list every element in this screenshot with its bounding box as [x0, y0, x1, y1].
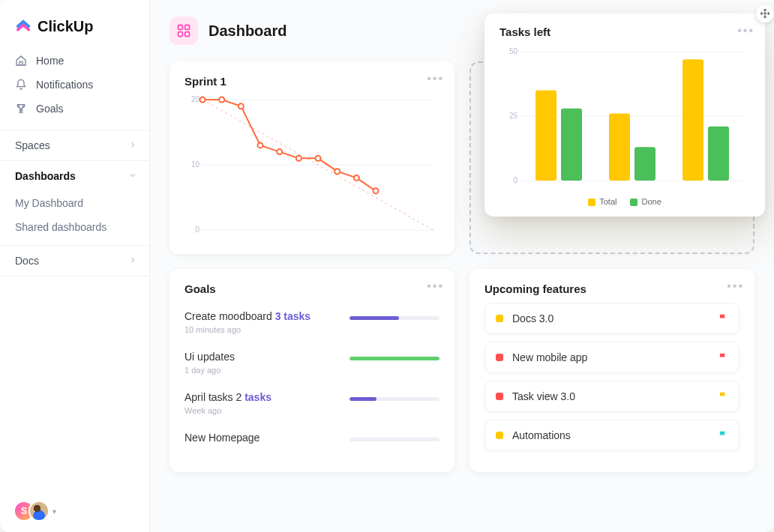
svg-point-18	[334, 169, 340, 174]
card-more-button[interactable]: •••	[427, 72, 444, 85]
goal-progress	[350, 438, 440, 441]
feature-item[interactable]: Task view 3.0	[484, 381, 740, 412]
trophy-icon	[15, 103, 27, 115]
svg-text:50: 50	[509, 47, 518, 55]
svg-point-13	[238, 103, 244, 109]
feature-label: Automations	[512, 429, 709, 441]
goals-title: Goals	[184, 282, 440, 295]
svg-text:10: 10	[191, 160, 200, 169]
svg-point-17	[316, 156, 321, 161]
feature-item[interactable]: Automations	[484, 420, 740, 451]
goal-row[interactable]: New Homepage	[184, 424, 440, 453]
features-title: Upcoming features	[484, 282, 740, 295]
feature-label: Docs 3.0	[512, 312, 709, 324]
feature-label: Task view 3.0	[512, 390, 709, 402]
brand-name: ClickUp	[38, 18, 93, 35]
goal-meta: 1 day ago	[184, 366, 340, 375]
tasks-title: Tasks left	[500, 25, 750, 38]
section-label: Docs	[15, 255, 39, 267]
goal-meta: 10 minutes ago	[184, 325, 340, 334]
bell-icon	[15, 79, 27, 91]
svg-rect-27	[536, 91, 556, 181]
nav-label: Home	[36, 55, 64, 67]
goal-title: Ui updates	[184, 351, 340, 363]
nav-label: Notifications	[36, 79, 93, 91]
sprint-title: Sprint 1	[184, 75, 440, 88]
section-label: Spaces	[15, 139, 50, 151]
subitem-my-dashboard[interactable]: My Dashboard	[15, 191, 149, 215]
svg-point-15	[277, 149, 282, 154]
avatar-photo[interactable]	[28, 501, 50, 522]
svg-point-11	[200, 97, 206, 103]
goals-card: Goals ••• Create moodboard 3 tasks10 min…	[170, 269, 454, 472]
legend-total: Total	[599, 197, 616, 206]
sprint-card: Sprint 1 ••• 01020	[170, 61, 454, 254]
svg-point-12	[219, 97, 224, 103]
sprint-burndown-chart: 01020	[184, 95, 440, 238]
flag-icon	[718, 430, 728, 441]
section-dashboards[interactable]: Dashboards	[0, 160, 149, 191]
flag-icon	[718, 352, 728, 363]
svg-text:0: 0	[195, 226, 200, 234]
nav-goals[interactable]: Goals	[0, 97, 149, 121]
svg-point-20	[374, 188, 379, 193]
nav-label: Goals	[36, 103, 64, 115]
legend-done: Done	[641, 197, 661, 206]
clickup-logo-icon	[15, 19, 32, 35]
flag-icon	[718, 391, 728, 402]
feature-item[interactable]: Docs 3.0	[484, 303, 740, 334]
goal-progress	[350, 316, 440, 320]
status-dot	[496, 315, 503, 322]
page-title: Dashboard	[208, 22, 286, 40]
svg-text:20: 20	[191, 95, 200, 103]
svg-text:25: 25	[509, 112, 518, 120]
status-dot	[496, 354, 503, 361]
svg-rect-1	[185, 25, 190, 30]
nav-notifications[interactable]: Notifications	[0, 73, 149, 97]
card-more-button[interactable]: •••	[427, 279, 444, 293]
section-label: Dashboards	[15, 170, 76, 182]
goal-row[interactable]: April tasks 2 tasksWeek ago	[184, 384, 440, 424]
tasks-left-chart: 02550	[500, 46, 750, 188]
flag-icon	[718, 313, 728, 324]
chevron-down-icon	[128, 170, 137, 182]
dashboards-sublist: My Dashboard Shared dashboards	[0, 191, 149, 245]
svg-point-16	[296, 156, 302, 161]
features-card: Upcoming features ••• Docs 3.0New mobile…	[470, 269, 754, 472]
svg-point-19	[354, 175, 359, 181]
svg-rect-29	[609, 114, 630, 181]
nav-home[interactable]: Home	[0, 49, 149, 73]
move-handle-icon[interactable]	[756, 4, 774, 22]
goal-meta: Week ago	[184, 406, 340, 415]
svg-rect-30	[634, 147, 656, 181]
svg-rect-2	[178, 32, 183, 37]
caret-down-icon: ▾	[52, 507, 56, 516]
user-avatars[interactable]: S ▾	[14, 501, 56, 522]
brand: ClickUp	[0, 0, 149, 49]
goal-title: New Homepage	[184, 432, 340, 444]
goal-progress	[350, 357, 440, 360]
goal-row[interactable]: Ui updates1 day ago	[184, 343, 440, 384]
tasks-left-card[interactable]: Tasks left ••• 02550 Total Done	[484, 13, 765, 217]
subitem-shared-dashboards[interactable]: Shared dashboards	[15, 215, 149, 239]
svg-rect-28	[561, 109, 582, 181]
nav-list: Home Notifications Goals	[0, 49, 149, 130]
feature-item[interactable]: New mobile app	[484, 342, 740, 373]
goal-title: April tasks 2 tasks	[184, 391, 340, 403]
status-dot	[496, 432, 503, 439]
svg-text:0: 0	[513, 176, 518, 184]
section-docs[interactable]: Docs	[0, 245, 149, 276]
sidebar: ClickUp Home Notifications Goals	[0, 0, 150, 532]
svg-rect-3	[185, 32, 190, 37]
svg-rect-32	[708, 127, 729, 181]
svg-rect-0	[178, 25, 183, 30]
chevron-right-icon	[128, 255, 137, 267]
home-icon	[15, 55, 27, 67]
card-more-button[interactable]: •••	[737, 24, 754, 37]
goal-row[interactable]: Create moodboard 3 tasks10 minutes ago	[184, 303, 440, 343]
tasks-legend: Total Done	[500, 197, 750, 206]
feature-label: New mobile app	[512, 351, 709, 363]
section-spaces[interactable]: Spaces	[0, 130, 149, 160]
goal-progress	[350, 397, 440, 401]
card-more-button[interactable]: •••	[727, 279, 744, 293]
